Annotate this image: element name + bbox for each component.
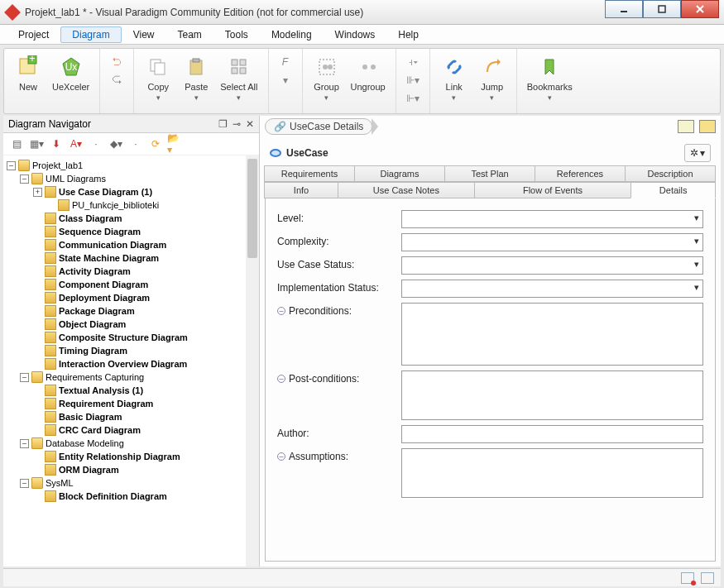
panel-pin-icon[interactable]: ⊸ (233, 118, 241, 130)
tab-usecase-notes[interactable]: Use Case Notes (338, 182, 475, 198)
collapse-icon[interactable]: – (277, 375, 285, 383)
tab-testplan[interactable]: Test Plan (444, 165, 535, 182)
tree-node[interactable]: –Database Modeling (7, 437, 256, 450)
menu-project[interactable]: Project (7, 26, 60, 43)
implstatus-combo[interactable] (401, 280, 703, 298)
tree-node[interactable]: ORM Diagram (7, 463, 256, 476)
select-all-button[interactable]: Select All▾ (217, 52, 261, 103)
redo-button[interactable]: ⮎ (108, 72, 125, 88)
assumptions-input[interactable] (401, 448, 703, 498)
minimize-button[interactable] (605, 0, 643, 18)
tree-node[interactable]: Interaction Overview Diagram (7, 357, 256, 370)
menu-tools[interactable]: Tools (213, 26, 260, 43)
tree-node[interactable]: –UML Diagrams (7, 172, 256, 185)
tree-scrollbar[interactable] (246, 155, 259, 566)
align-1[interactable]: ⫞▾ (405, 54, 421, 70)
view-icon-2[interactable] (699, 120, 716, 133)
nav-tool-3[interactable]: ⬇ (48, 136, 65, 152)
menu-modeling[interactable]: Modeling (260, 26, 324, 43)
tab-info[interactable]: Info (264, 182, 338, 198)
tree-node[interactable]: Activity Diagram (7, 265, 256, 278)
nav-tool-7[interactable]: · (127, 136, 144, 152)
tree-node[interactable]: Object Diagram (7, 318, 256, 331)
link-button[interactable]: Link▾ (437, 52, 472, 103)
diagram-icon (45, 279, 56, 290)
tree-node[interactable]: Package Diagram (7, 304, 256, 318)
jump-button[interactable]: Jump▾ (475, 52, 510, 103)
menu-view[interactable]: View (122, 26, 166, 43)
bookmarks-button[interactable]: Bookmarks▾ (524, 52, 576, 103)
tree-node[interactable]: PU_funkcje_biblioteki (7, 198, 256, 212)
postconditions-input[interactable] (401, 370, 703, 420)
settings-button[interactable]: ✲▾ (684, 144, 711, 162)
group-icon (314, 54, 340, 80)
preconditions-input[interactable] (401, 303, 703, 366)
new-button[interactable]: + New (11, 52, 46, 93)
italic-button[interactable]: F (277, 54, 294, 70)
tree-node[interactable]: +Use Case Diagram (1) (7, 185, 256, 198)
tab-diagrams[interactable]: Diagrams (354, 165, 445, 182)
tree-node[interactable]: Entity Relationship Diagram (7, 450, 256, 463)
usecase-details-tab[interactable]: 🔗 UseCase Details (265, 118, 372, 135)
level-combo[interactable] (401, 210, 703, 228)
note-icon[interactable] (701, 572, 714, 584)
tree-node[interactable]: CRC Card Diagram (7, 423, 256, 437)
tree-node[interactable]: Deployment Diagram (7, 291, 256, 304)
align-3[interactable]: ⊩▾ (405, 90, 421, 107)
tree-node[interactable]: Sequence Diagram (7, 225, 256, 238)
menu-diagram[interactable]: Diagram (60, 26, 121, 43)
tab-details[interactable]: Details (631, 182, 716, 198)
tree-node[interactable]: Component Diagram (7, 278, 256, 291)
tab-flow-events[interactable]: Flow of Events (474, 182, 632, 198)
mail-icon[interactable] (681, 572, 694, 584)
tree-node[interactable]: Composite Structure Diagram (7, 331, 256, 344)
tree-node[interactable]: –Projekt_lab1 (7, 159, 256, 172)
tree-node[interactable]: –Requirements Capturing (7, 370, 256, 384)
panel-close-icon[interactable]: ✕ (246, 118, 254, 130)
group-button[interactable]: Group▾ (309, 52, 344, 103)
format-dropdown[interactable]: ▾ (277, 72, 294, 88)
diagram-tree[interactable]: –Projekt_lab1–UML Diagrams+Use Case Diag… (3, 155, 259, 566)
nav-tool-9[interactable]: 📂▾ (167, 136, 184, 152)
ungroup-button[interactable]: Ungroup (348, 52, 389, 93)
collapse-icon[interactable]: – (277, 307, 285, 315)
tab-description[interactable]: Description (625, 165, 716, 182)
svg-rect-11 (190, 60, 202, 74)
tree-node[interactable]: Communication Diagram (7, 238, 256, 251)
tree-label: Deployment Diagram (59, 293, 150, 303)
tree-node[interactable]: Timing Diagram (7, 344, 256, 357)
nav-tool-5[interactable]: · (88, 136, 104, 152)
maximize-button[interactable] (643, 0, 681, 18)
menu-windows[interactable]: Windows (324, 26, 387, 43)
tree-node[interactable]: Textual Analysis (1) (7, 384, 256, 397)
menu-team[interactable]: Team (166, 26, 213, 43)
author-input[interactable] (401, 425, 703, 443)
nav-tool-6[interactable]: ◆▾ (108, 136, 124, 152)
tab-references[interactable]: References (535, 165, 626, 182)
nav-tool-1[interactable]: ▤ (8, 136, 25, 152)
ucstatus-combo[interactable] (401, 256, 703, 275)
close-button[interactable] (681, 0, 719, 18)
diagram-icon (45, 490, 56, 502)
tree-node[interactable]: State Machine Diagram (7, 251, 256, 265)
undo-button[interactable]: ⮌ (108, 54, 125, 70)
nav-tool-8[interactable]: ⟳ (147, 136, 164, 152)
nav-tool-4[interactable]: A▾ (68, 136, 84, 152)
collapse-icon[interactable]: – (277, 452, 285, 461)
tree-node[interactable]: Block Definition Diagram (7, 490, 256, 503)
paste-button[interactable]: Paste▾ (179, 52, 213, 103)
menu-help[interactable]: Help (386, 26, 430, 43)
tree-node[interactable]: Requirement Diagram (7, 397, 256, 410)
tree-node[interactable]: Class Diagram (7, 212, 256, 225)
tab-requirements[interactable]: Requirements (264, 165, 355, 182)
tree-node[interactable]: –SysML (7, 476, 256, 490)
uexceler-button[interactable]: Ux UeXceler (49, 52, 93, 93)
tree-node[interactable]: Basic Diagram (7, 410, 256, 423)
copy-button[interactable]: Copy▾ (141, 52, 175, 103)
nav-tool-2[interactable]: ▦▾ (28, 136, 45, 152)
complexity-combo[interactable] (401, 233, 703, 251)
align-2[interactable]: ⊪▾ (405, 72, 421, 88)
folder-icon (31, 173, 43, 184)
view-icon-1[interactable] (678, 120, 694, 133)
panel-restore-icon[interactable]: ❐ (218, 118, 228, 130)
